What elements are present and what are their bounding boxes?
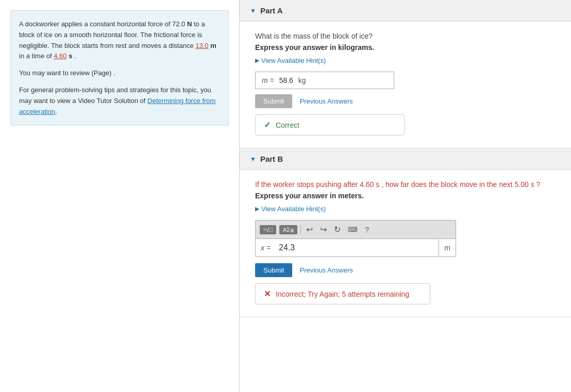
right-panel: ▼ Part A What is the mass of the block o… bbox=[240, 0, 571, 392]
part-b-collapse-icon[interactable]: ▼ bbox=[250, 156, 256, 163]
incorrect-x-icon: ✕ bbox=[264, 289, 271, 299]
distance-unit: m bbox=[210, 42, 216, 49]
part-b-header: ▼ Part B bbox=[240, 148, 571, 170]
part-a-feedback-box: ✓ Correct bbox=[255, 114, 405, 135]
part-b-input-field[interactable] bbox=[276, 239, 439, 257]
part-a-feedback-text: Correct bbox=[276, 121, 299, 129]
part-b-content: If the worker stops pushing after 4.60 s… bbox=[240, 170, 571, 317]
force-value: N bbox=[187, 20, 192, 28]
distance-value: 13.0 bbox=[195, 42, 208, 49]
toolbar-divider bbox=[300, 225, 301, 234]
redo-button[interactable]: ↪ bbox=[318, 224, 329, 235]
part-b-feedback-box: ✕ Incorrect; Try Again; 5 attempts remai… bbox=[255, 283, 430, 304]
reset-button[interactable]: ↻ bbox=[332, 224, 343, 235]
tip-link[interactable]: Determining force from acceleration bbox=[19, 97, 215, 115]
part-a-input-unit: kg bbox=[298, 76, 306, 84]
problem-text-line1: A dockworker applies a constant horizont… bbox=[19, 19, 220, 62]
review-line: You may want to review (Page) . bbox=[19, 68, 220, 79]
part-b-hint[interactable]: ▶ View Available Hint(s) bbox=[255, 205, 556, 213]
greek-button[interactable]: ΑΣφ bbox=[279, 225, 297, 234]
time-value: 4.60 bbox=[54, 52, 66, 60]
part-b-question-text: If the worker stops pushing after 4.60 s… bbox=[255, 180, 540, 189]
part-b-question: If the worker stops pushing after 4.60 s… bbox=[255, 180, 556, 189]
part-b-prev-answers-link[interactable]: Previous Answers bbox=[299, 266, 352, 274]
undo-button[interactable]: ↩ bbox=[304, 224, 315, 235]
part-a-content: What is the mass of the block of ice? Ex… bbox=[240, 22, 571, 148]
time-unit: s bbox=[69, 52, 72, 60]
part-b-hint-label: View Available Hint(s) bbox=[261, 205, 326, 213]
help-button[interactable]: ? bbox=[363, 225, 371, 235]
part-b-input-row: x = m bbox=[256, 239, 456, 257]
left-panel: A dockworker applies a constant horizont… bbox=[0, 0, 240, 392]
part-a-hint[interactable]: ▶ View Available Hint(s) bbox=[255, 57, 556, 64]
keyboard-button[interactable]: ⌨ bbox=[346, 225, 360, 234]
part-a-input-value: 58.6 bbox=[279, 76, 293, 84]
part-a-header: ▼ Part A bbox=[240, 0, 571, 22]
hint-arrow-icon: ▶ bbox=[255, 57, 259, 64]
part-b-title: Part B bbox=[260, 155, 283, 163]
part-b-hint-arrow-icon: ▶ bbox=[255, 206, 259, 212]
part-b-express: Express your answer in meters. bbox=[255, 192, 556, 200]
part-a-input-prefix: m = bbox=[262, 76, 274, 84]
part-b-math-container: ⁿ√□ ΑΣφ ↩ ↪ ↻ ⌨ ? x = m bbox=[255, 220, 456, 257]
part-a-title: Part A bbox=[260, 6, 283, 15]
math-toolbar: ⁿ√□ ΑΣφ ↩ ↪ ↻ ⌨ ? bbox=[256, 220, 456, 239]
part-a-submit-row: Submit Previous Answers bbox=[255, 94, 556, 108]
part-b-feedback-text: Incorrect; Try Again; 5 attempts remaini… bbox=[276, 290, 409, 298]
part-b-input-prefix: x = bbox=[256, 240, 276, 256]
part-b-submit-row: Submit Previous Answers bbox=[255, 263, 556, 277]
tip-line: For general problem-solving tips and str… bbox=[19, 85, 220, 117]
correct-check-icon: ✓ bbox=[264, 120, 271, 130]
part-a-submit-button[interactable]: Submit bbox=[255, 94, 292, 108]
part-a-section: ▼ Part A What is the mass of the block o… bbox=[240, 0, 571, 148]
part-a-express: Express your answer in kilograms. bbox=[255, 43, 556, 52]
sqrt-button[interactable]: ⁿ√□ bbox=[260, 225, 276, 234]
part-a-question: What is the mass of the block of ice? bbox=[255, 32, 556, 40]
part-b-submit-button[interactable]: Submit bbox=[255, 263, 292, 277]
part-a-input-box: m = 58.6 kg bbox=[255, 72, 394, 89]
part-a-collapse-icon[interactable]: ▼ bbox=[250, 7, 256, 14]
part-a-hint-label: View Available Hint(s) bbox=[261, 57, 326, 64]
problem-box: A dockworker applies a constant horizont… bbox=[10, 10, 229, 126]
part-b-input-unit: m bbox=[439, 240, 456, 256]
part-b-section: ▼ Part B If the worker stops pushing aft… bbox=[240, 148, 571, 317]
part-a-prev-answers-link[interactable]: Previous Answers bbox=[299, 97, 352, 105]
